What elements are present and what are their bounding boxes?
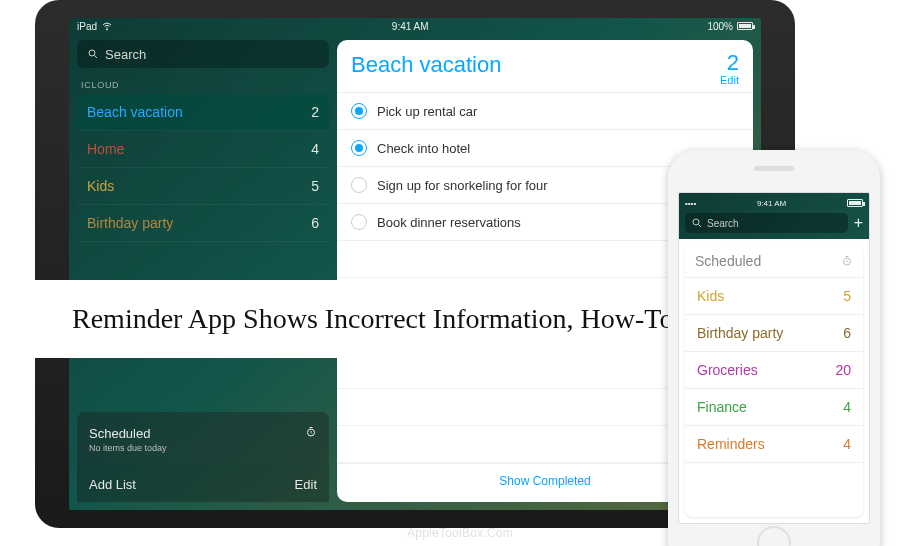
- list-row[interactable]: Kids5: [685, 278, 863, 315]
- statusbar-time: 9:41 AM: [392, 21, 429, 32]
- list-name: Reminders: [697, 436, 765, 452]
- edit-lists-button[interactable]: Edit: [295, 477, 317, 492]
- statusbar-time: 9:41 AM: [757, 199, 786, 208]
- list-name: Kids: [697, 288, 724, 304]
- sidebar-item[interactable]: Kids5: [77, 168, 329, 205]
- todo-radio[interactable]: [351, 214, 367, 230]
- card-edit-button[interactable]: Edit: [720, 74, 739, 86]
- add-list-button[interactable]: Add List: [89, 477, 136, 492]
- list-name: Finance: [697, 399, 747, 415]
- iphone-list: Kids5Birthday party6Groceries20Finance4R…: [685, 278, 863, 463]
- todo-radio[interactable]: [351, 140, 367, 156]
- todo-radio[interactable]: [351, 177, 367, 193]
- wifi-icon: [101, 20, 113, 32]
- list-count: 4: [843, 436, 851, 452]
- sidebar-footer: Add List Edit: [77, 463, 329, 502]
- list-count: 2: [311, 104, 319, 120]
- sidebar-item[interactable]: Beach vacation2: [77, 94, 329, 131]
- card-count: 2: [720, 52, 739, 74]
- list-count: 4: [311, 141, 319, 157]
- sidebar-list: Beach vacation2Home4Kids5Birthday party6: [77, 94, 329, 242]
- list-row[interactable]: Reminders4: [685, 426, 863, 463]
- todo-text: Pick up rental car: [377, 104, 477, 119]
- composite-image: iPad 9:41 AM 100% Search ICLOUD Beach va…: [0, 0, 920, 546]
- clock-icon: [305, 426, 317, 438]
- list-name: Kids: [87, 178, 114, 194]
- device-label: iPad: [77, 21, 97, 32]
- card-header: Beach vacation 2 Edit: [337, 40, 753, 93]
- search-placeholder: Search: [105, 47, 146, 62]
- list-row[interactable]: Finance4: [685, 389, 863, 426]
- watermark: AppleToolBox.Com: [407, 526, 513, 540]
- list-name: Groceries: [697, 362, 758, 378]
- clock-icon: [841, 255, 853, 267]
- card-title: Beach vacation: [351, 52, 501, 78]
- list-name: Home: [87, 141, 124, 157]
- svg-point-1: [89, 50, 95, 56]
- sidebar: Search ICLOUD Beach vacation2Home4Kids5B…: [77, 40, 337, 502]
- scheduled-subtitle: No items due today: [89, 443, 167, 453]
- list-count: 5: [311, 178, 319, 194]
- scheduled-title: Scheduled: [89, 426, 167, 441]
- battery-icon: [737, 22, 753, 30]
- battery-pct: 100%: [707, 21, 733, 32]
- list-name: Beach vacation: [87, 104, 183, 120]
- ipad-statusbar: iPad 9:41 AM 100%: [69, 18, 761, 34]
- iphone-lists-card: Scheduled Kids5Birthday party6Groceries2…: [685, 245, 863, 517]
- list-count: 4: [843, 399, 851, 415]
- svg-point-3: [693, 219, 699, 225]
- search-icon: [691, 217, 703, 229]
- todo-text: Book dinner reservations: [377, 215, 521, 230]
- list-count: 6: [311, 215, 319, 231]
- search-input[interactable]: Search: [685, 213, 848, 233]
- list-row[interactable]: Birthday party6: [685, 315, 863, 352]
- scheduled-card[interactable]: Scheduled No items due today: [77, 412, 329, 463]
- iphone-header: •••• 9:41 AM Search +: [679, 193, 869, 239]
- scheduled-row[interactable]: Scheduled: [685, 245, 863, 278]
- section-header: ICLOUD: [81, 80, 325, 90]
- todo-radio[interactable]: [351, 103, 367, 119]
- list-count: 5: [843, 288, 851, 304]
- list-count: 20: [835, 362, 851, 378]
- iphone-statusbar: •••• 9:41 AM: [685, 197, 863, 209]
- list-name: Birthday party: [87, 215, 173, 231]
- search-placeholder: Search: [707, 218, 739, 229]
- battery-icon: [847, 199, 863, 207]
- svg-point-0: [107, 29, 108, 30]
- scheduled-label: Scheduled: [695, 253, 761, 269]
- list-row[interactable]: Groceries20: [685, 352, 863, 389]
- list-name: Birthday party: [697, 325, 783, 341]
- ipad-screen: iPad 9:41 AM 100% Search ICLOUD Beach va…: [69, 18, 761, 510]
- iphone-device: •••• 9:41 AM Search + Scheduled Ki: [668, 150, 880, 546]
- todo-text: Sign up for snorkeling for four: [377, 178, 548, 193]
- sidebar-item[interactable]: Home4: [77, 131, 329, 168]
- add-button[interactable]: +: [854, 215, 863, 231]
- todo-item[interactable]: Pick up rental car: [337, 93, 753, 130]
- sidebar-item[interactable]: Birthday party6: [77, 205, 329, 242]
- list-count: 6: [843, 325, 851, 341]
- signal-icon: ••••: [685, 199, 696, 208]
- todo-text: Check into hotel: [377, 141, 470, 156]
- iphone-screen: •••• 9:41 AM Search + Scheduled Ki: [678, 192, 870, 524]
- search-icon: [87, 48, 99, 60]
- search-input[interactable]: Search: [77, 40, 329, 68]
